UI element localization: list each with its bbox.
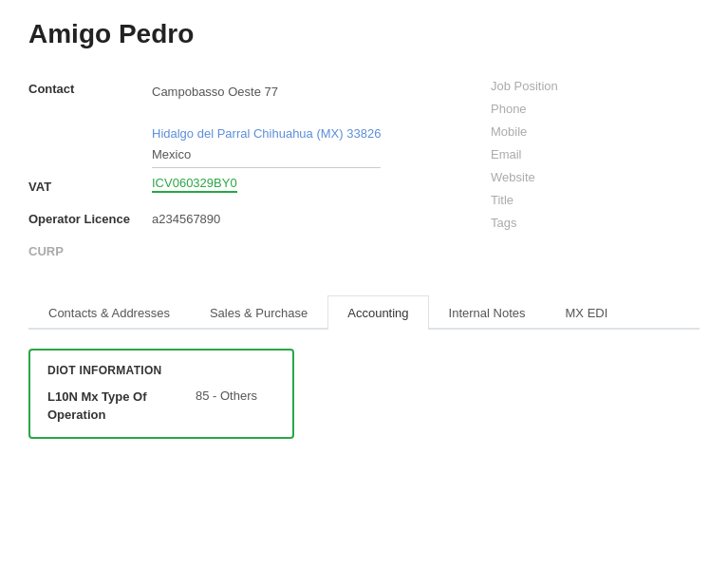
title-field: Title xyxy=(491,192,700,207)
website-label: Website xyxy=(491,170,535,184)
address-field: Campobasso Oeste 77 Hidalgo del Parral C… xyxy=(152,78,381,170)
diot-row: L10N Mx Type Of Operation 85 - Others xyxy=(47,389,275,423)
contact-label: Contact xyxy=(28,78,152,96)
tags-field: Tags xyxy=(491,215,700,230)
mobile-field: Mobile xyxy=(491,123,700,139)
diot-field-value: 85 - Others xyxy=(196,389,257,403)
curp-label: CURP xyxy=(28,244,64,258)
address-line3: Mexico xyxy=(152,144,381,168)
mobile-label: Mobile xyxy=(491,124,527,139)
page-container: Amigo Pedro Contact Campobasso Oeste 77 … xyxy=(0,0,728,477)
page-title: Amigo Pedro xyxy=(28,19,700,49)
email-label: Email xyxy=(491,147,522,161)
address-line1: Campobasso Oeste 77 xyxy=(152,82,381,103)
diot-box: DIOT Information L10N Mx Type Of Operati… xyxy=(28,349,294,438)
form-right: Job Position Phone Mobile Email Website … xyxy=(491,78,700,273)
tab-mx-edi[interactable]: MX EDI xyxy=(546,295,628,330)
curp-row: CURP xyxy=(28,240,453,267)
tags-label: Tags xyxy=(491,216,516,230)
operator-value: a234567890 xyxy=(152,208,220,226)
address-line2: Hidalgo del Parral Chihuahua (MX) 33826 xyxy=(152,123,381,144)
email-field: Email xyxy=(491,146,700,161)
form-section: Contact Campobasso Oeste 77 Hidalgo del … xyxy=(28,78,700,273)
tabs-container: Contacts & Addresses Sales & Purchase Ac… xyxy=(28,295,700,330)
phone-label: Phone xyxy=(491,102,527,116)
form-left: Contact Campobasso Oeste 77 Hidalgo del … xyxy=(28,78,453,273)
tab-accounting[interactable]: Accounting xyxy=(327,295,428,330)
operator-label: Operator Licence xyxy=(28,208,152,226)
phone-field: Phone xyxy=(491,101,700,116)
operator-row: Operator Licence a234567890 xyxy=(28,208,453,235)
tab-sales-purchase[interactable]: Sales & Purchase xyxy=(190,295,327,330)
contact-row: Contact Campobasso Oeste 77 Hidalgo del … xyxy=(28,78,453,170)
job-position-label: Job Position xyxy=(491,79,558,93)
title-label: Title xyxy=(491,193,513,207)
diot-field-label: L10N Mx Type Of Operation xyxy=(47,389,180,423)
tab-internal-notes[interactable]: Internal Notes xyxy=(429,295,546,330)
job-position-field: Job Position xyxy=(491,78,700,93)
vat-row: VAT ICV060329BY0 xyxy=(28,176,453,202)
vat-label: VAT xyxy=(28,176,152,194)
diot-title: DIOT Information xyxy=(47,364,275,377)
website-field: Website xyxy=(491,169,700,184)
vat-value: ICV060329BY0 xyxy=(152,176,237,193)
tab-contacts-addresses[interactable]: Contacts & Addresses xyxy=(28,295,190,330)
tab-content-accounting: DIOT Information L10N Mx Type Of Operati… xyxy=(28,330,700,457)
